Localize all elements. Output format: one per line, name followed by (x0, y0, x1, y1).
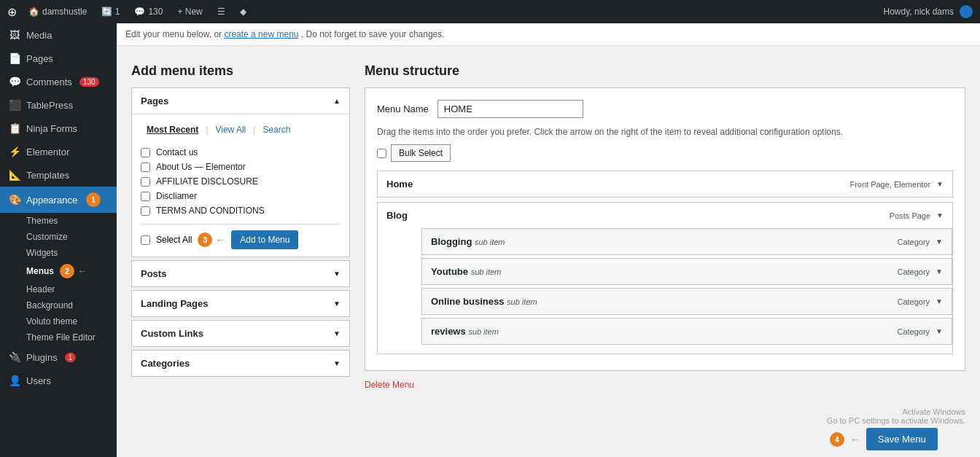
sidebar-sub-themes[interactable]: Themes (0, 213, 117, 229)
sidebar-item-comments[interactable]: 💬 Comments 130 (0, 70, 117, 93)
page-checkbox-terms[interactable] (141, 206, 150, 216)
page-checkbox-about-us[interactable] (141, 163, 150, 172)
select-all-checkbox[interactable] (141, 235, 150, 245)
content-inner: Add menu items Pages ▲ Most Recent | Vie… (117, 46, 980, 457)
menu-sub-item-youtube-header[interactable]: Youtube sub item Category ▼ (422, 259, 952, 284)
add-to-menu-button[interactable]: Add to Menu (231, 230, 298, 249)
content-area: Edit your menu below, or create a new me… (117, 23, 980, 457)
reviews-chevron-icon: ▼ (936, 327, 943, 335)
media-icon: 🖼 (9, 29, 20, 41)
posts-chevron-icon: ▼ (333, 270, 341, 278)
sidebar-item-media[interactable]: 🖼 Media (0, 23, 117, 47)
custom-links-accordion-header[interactable]: Custom Links ▼ (132, 321, 349, 346)
save-row: 4 ← Save Menu (827, 428, 965, 450)
sidebar-sub-theme-file-editor[interactable]: Theme File Editor (0, 329, 117, 345)
arrow-to-menus: ← (77, 265, 88, 277)
admin-bar-right: Howdy, nick dams (884, 5, 973, 18)
save-menu-wrapper: Activate Windows Go to PC settings to ac… (827, 407, 965, 450)
menu-icon-bar[interactable]: ☰ (214, 7, 228, 17)
sidebar-item-templates[interactable]: 📐 Templates (0, 163, 117, 187)
sidebar-sub-widgets[interactable]: Widgets (0, 245, 117, 261)
menu-structure-box: Menu Name Drag the items into the order … (365, 87, 965, 371)
menu-name-input[interactable] (438, 100, 583, 118)
avatar[interactable] (960, 5, 973, 18)
elementor-icon: ⚡ (9, 146, 20, 157)
sidebar-item-tablepress[interactable]: ⬛ TablePress (0, 93, 117, 117)
top-notice: Edit your menu below, or create a new me… (117, 23, 980, 46)
custom-links-chevron-icon: ▼ (333, 329, 341, 337)
menu-sub-item-online-business-header[interactable]: Online business sub item Category ▼ (422, 289, 952, 314)
tab-most-recent[interactable]: Most Recent (141, 122, 204, 138)
annotation-2: 2 (60, 264, 74, 278)
posts-accordion-header[interactable]: Posts ▼ (132, 261, 349, 286)
tablepress-icon: ⬛ (9, 99, 20, 111)
page-checkbox-contact-us[interactable] (141, 148, 150, 157)
activate-windows-text: Activate Windows Go to PC settings to ac… (827, 407, 965, 425)
sidebar-item-elementor[interactable]: ⚡ Elementor (0, 140, 117, 163)
categories-accordion: Categories ▼ (131, 350, 350, 377)
custom-links-accordion: Custom Links ▼ (131, 320, 350, 347)
wp-logo-icon[interactable]: ⊕ (7, 5, 17, 19)
tab-view-all[interactable]: View All (209, 122, 252, 138)
main-layout: 🖼 Media 📄 Pages 💬 Comments 130 ⬛ TablePr… (0, 23, 980, 457)
save-menu-button[interactable]: Save Menu (866, 428, 938, 450)
menu-structure-title: Menu structure (365, 63, 965, 79)
appearance-icon: 🎨 (9, 194, 20, 206)
users-icon: 👤 (9, 375, 20, 386)
diamond-icon[interactable]: ◆ (237, 7, 249, 17)
online-business-chevron-icon: ▼ (936, 297, 943, 305)
pages-tabs: Most Recent | View All | Search (141, 122, 341, 138)
page-item-affiliate: AFFILIATE DISCLOSURE (141, 174, 341, 189)
menu-item-home: Home Front Page, Elementor ▼ (377, 171, 953, 198)
sidebar-item-users[interactable]: 👤 Users (0, 369, 117, 392)
annotation-1: 1 (86, 192, 101, 207)
sidebar-sub-background[interactable]: Background (0, 297, 117, 313)
ninja-forms-icon: 📋 (9, 122, 20, 134)
bulk-select-button[interactable]: Bulk Select (391, 144, 451, 162)
sidebar-sub-header[interactable]: Header (0, 281, 117, 297)
menu-sub-item-reviews: reviews sub item Category ▼ (421, 318, 952, 345)
pages-icon: 📄 (9, 52, 20, 64)
menu-item-blog-header[interactable]: Blog Posts Page ▼ (378, 203, 952, 228)
left-panel: Add menu items Pages ▲ Most Recent | Vie… (131, 63, 350, 450)
comments-bar-item[interactable]: 💬 130 (131, 7, 166, 17)
right-panel: Menu structure Menu Name Drag the items … (365, 63, 965, 450)
sidebar-sub-customize[interactable]: Customize (0, 229, 117, 245)
sidebar-sub-menus[interactable]: Menus 2 ← (0, 261, 117, 281)
create-new-menu-link[interactable]: create a new menu (224, 29, 298, 39)
blog-chevron-icon: ▼ (936, 211, 944, 219)
bulk-select-checkbox[interactable] (377, 149, 386, 158)
new-button[interactable]: + New (174, 7, 205, 17)
sidebar-sub-voluto-theme[interactable]: Voluto theme (0, 313, 117, 329)
page-item-discliamer: Discliamer (141, 189, 341, 203)
tab-search[interactable]: Search (257, 122, 296, 138)
annotation-4: 4 (830, 432, 844, 447)
sidebar-item-pages[interactable]: 📄 Pages (0, 47, 117, 70)
page-checkbox-discliamer[interactable] (141, 192, 150, 201)
sidebar: 🖼 Media 📄 Pages 💬 Comments 130 ⬛ TablePr… (0, 23, 117, 457)
posts-accordion: Posts ▼ (131, 260, 350, 287)
page-item-terms: TERMS AND CONDITIONS (141, 203, 341, 218)
footer-actions: Delete Menu (365, 371, 965, 399)
landing-pages-accordion-header[interactable]: Landing Pages ▼ (132, 291, 349, 316)
arrow-save: ← (850, 434, 860, 445)
pages-accordion-header[interactable]: Pages ▲ (132, 88, 349, 114)
page-item-contact-us: Contact us (141, 145, 341, 160)
sidebar-item-ninja-forms[interactable]: 📋 Ninja Forms (0, 117, 117, 140)
categories-accordion-header[interactable]: Categories ▼ (132, 351, 349, 376)
menu-sub-item-blogging: Blogging sub item Category ▼ (421, 228, 952, 255)
site-name[interactable]: 🏠 damshustle (26, 7, 90, 17)
page-checkbox-affiliate[interactable] (141, 177, 150, 187)
categories-chevron-icon: ▼ (333, 359, 341, 367)
menu-sub-item-blogging-header[interactable]: Blogging sub item Category ▼ (422, 229, 952, 254)
house-icon: 🏠 (28, 7, 39, 17)
sidebar-item-appearance[interactable]: 🎨 Appearance 1 (0, 187, 117, 213)
sidebar-item-plugins[interactable]: 🔌 Plugins 1 (0, 345, 117, 369)
delete-menu-link[interactable]: Delete Menu (365, 380, 414, 390)
arrow-select-all: ← (215, 234, 225, 246)
comments-badge: 130 (79, 77, 99, 87)
menu-sub-item-reviews-header[interactable]: reviews sub item Category ▼ (422, 319, 952, 344)
menu-item-home-header[interactable]: Home Front Page, Elementor ▼ (378, 171, 952, 197)
templates-icon: 📐 (9, 169, 20, 181)
updates-icon[interactable]: 🔄 1 (98, 7, 122, 17)
